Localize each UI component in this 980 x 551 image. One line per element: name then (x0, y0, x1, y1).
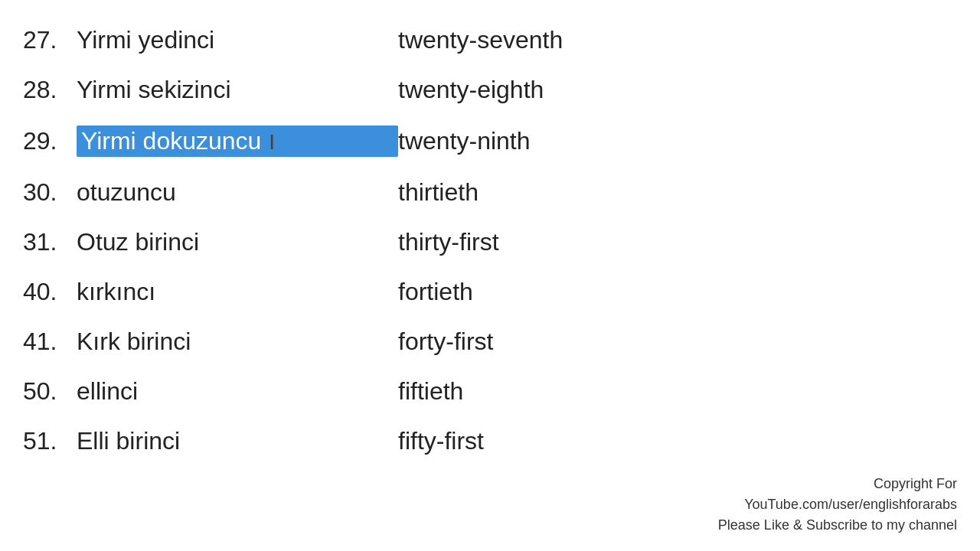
list-item: 41.Kırk birinciforty-first (23, 317, 957, 367)
english-word: twenty-seventh (398, 26, 563, 54)
turkish-word: Kırk birinci (77, 328, 398, 356)
row-number: 51. (23, 427, 77, 455)
list-item: 40.kırkıncıfortieth (23, 267, 957, 317)
english-word: thirtieth (398, 178, 479, 207)
turkish-word: Yirmi dokuzuncuI (77, 126, 398, 157)
turkish-word: kırkıncı (77, 278, 398, 306)
turkish-word: ellinci (77, 377, 398, 406)
turkish-word: Otuz birinci (77, 228, 398, 256)
row-number: 40. (23, 278, 77, 306)
row-number: 31. (23, 228, 77, 256)
english-word: fortieth (398, 278, 473, 306)
copyright-line1: Copyright For (874, 476, 957, 491)
english-word: fiftieth (398, 377, 463, 406)
list-item: 29.Yirmi dokuzuncuItwenty-ninth (23, 115, 957, 168)
english-word: twenty-ninth (398, 127, 531, 155)
row-number: 27. (23, 26, 77, 54)
english-word: twenty-eighth (398, 76, 544, 104)
list-item: 31.Otuz birincithirty-first (23, 217, 957, 267)
main-content: 27.Yirmi yedincitwenty-seventh28.Yirmi s… (0, 0, 980, 481)
list-item: 28.Yirmi sekizincitwenty-eighth (23, 65, 957, 115)
copyright-line3: Please Like & Subscribe to my channel (718, 517, 957, 533)
turkish-word: Yirmi sekizinci (77, 76, 398, 104)
row-number: 50. (23, 377, 77, 406)
list-item: 27.Yirmi yedincitwenty-seventh (23, 15, 957, 65)
english-word: forty-first (398, 328, 493, 356)
row-number: 41. (23, 328, 77, 356)
text-cursor: I (269, 130, 275, 155)
row-number: 30. (23, 178, 77, 207)
copyright-line2: YouTube.com/user/englishforarabs (744, 497, 957, 512)
turkish-word: otuzuncu (77, 178, 398, 207)
copyright-notice: Copyright For YouTube.com/user/englishfo… (718, 474, 957, 536)
turkish-word: Yirmi yedinci (77, 26, 398, 54)
english-word: thirty-first (398, 228, 499, 256)
list-item: 30.otuzuncuthirtieth (23, 168, 957, 217)
row-number: 29. (23, 127, 77, 155)
list-item: 51.Elli birincififty-first (23, 416, 957, 466)
turkish-word: Elli birinci (77, 427, 398, 455)
list-item: 50.ellincififtieth (23, 367, 957, 416)
english-word: fifty-first (398, 427, 484, 455)
row-number: 28. (23, 76, 77, 104)
